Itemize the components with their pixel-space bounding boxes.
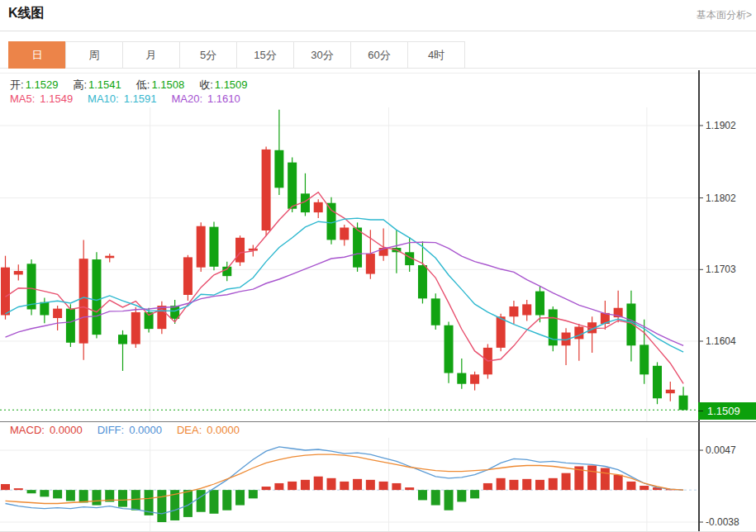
macd-legend-macd: MACD:0.0000 bbox=[10, 424, 83, 436]
macd-histogram bbox=[1, 465, 675, 522]
ma-legend: MA5:1.1549MA10:1.1591MA20:1.1610 bbox=[10, 93, 240, 105]
svg-text:1.1802: 1.1802 bbox=[706, 192, 736, 204]
svg-text:0.0047: 0.0047 bbox=[706, 444, 736, 456]
tab-60min[interactable]: 60分 bbox=[350, 41, 408, 69]
tab-30min[interactable]: 30分 bbox=[293, 41, 351, 69]
tab-day[interactable]: 日 bbox=[8, 41, 66, 69]
candles bbox=[1, 110, 688, 411]
macd-legend-dea: DEA:0.0000 bbox=[177, 424, 240, 436]
ma-legend-ma5: MA5:1.1549 bbox=[10, 93, 73, 105]
tab-month[interactable]: 月 bbox=[122, 41, 180, 69]
ohlc-legend-high: 高:1.1541 bbox=[73, 78, 121, 93]
interval-tabbar: 日周月5分15分30分60分4时 bbox=[0, 41, 756, 69]
ma-legend-ma10: MA10:1.1591 bbox=[88, 93, 156, 105]
svg-text:1.1703: 1.1703 bbox=[706, 264, 736, 275]
kline-widget: K线图 基本面分析> 日周月5分15分30分60分4时 开:1.1529高:1.… bbox=[0, 0, 756, 532]
svg-text:1.1604: 1.1604 bbox=[706, 335, 736, 347]
main-gridlines bbox=[0, 107, 698, 421]
ohlc-legend-close: 收:1.1509 bbox=[199, 78, 247, 93]
price-axis-line bbox=[698, 70, 700, 531]
ohlc-legend-open: 开:1.1529 bbox=[10, 78, 58, 93]
ohlc-legend-low: 低:1.1508 bbox=[136, 78, 184, 93]
current-price-value: 1.1509 bbox=[707, 405, 740, 417]
tab-4hour[interactable]: 4时 bbox=[407, 41, 465, 69]
header-divider bbox=[0, 31, 756, 31]
tab-15min[interactable]: 15分 bbox=[236, 41, 294, 69]
panel-divider bbox=[0, 421, 756, 422]
macd-chart[interactable]: 0.0047-0.0038 bbox=[0, 438, 756, 532]
page-title: K线图 bbox=[8, 5, 45, 22]
candlestick-chart[interactable]: 1.19021.18021.17031.1604 bbox=[0, 107, 756, 421]
macd-legend-diff: DIFF:0.0000 bbox=[97, 424, 162, 436]
tab-week[interactable]: 周 bbox=[65, 41, 123, 69]
ohlc-legend: 开:1.1529高:1.1541低:1.1508收:1.1509 bbox=[10, 78, 248, 93]
fundamental-analysis-link[interactable]: 基本面分析> bbox=[697, 8, 752, 22]
main-y-axis-labels: 1.19021.18021.17031.1604 bbox=[698, 120, 736, 347]
macd-legend: MACD:0.0000DIFF:0.0000DEA:0.0000 bbox=[10, 424, 240, 436]
price-tag-tick-icon bbox=[698, 411, 703, 411]
macd-y-axis-labels: 0.0047-0.0038 bbox=[698, 444, 739, 528]
chart-top-border bbox=[0, 73, 756, 74]
current-price-tag: 1.1509 bbox=[698, 402, 756, 420]
ma-line-ma5 bbox=[6, 192, 684, 384]
svg-text:1.1902: 1.1902 bbox=[706, 120, 736, 131]
svg-text:-0.0038: -0.0038 bbox=[706, 516, 739, 528]
tab-5min[interactable]: 5分 bbox=[179, 41, 237, 69]
ma-legend-ma20: MA20:1.1610 bbox=[171, 93, 240, 105]
ma-lines bbox=[6, 192, 684, 384]
